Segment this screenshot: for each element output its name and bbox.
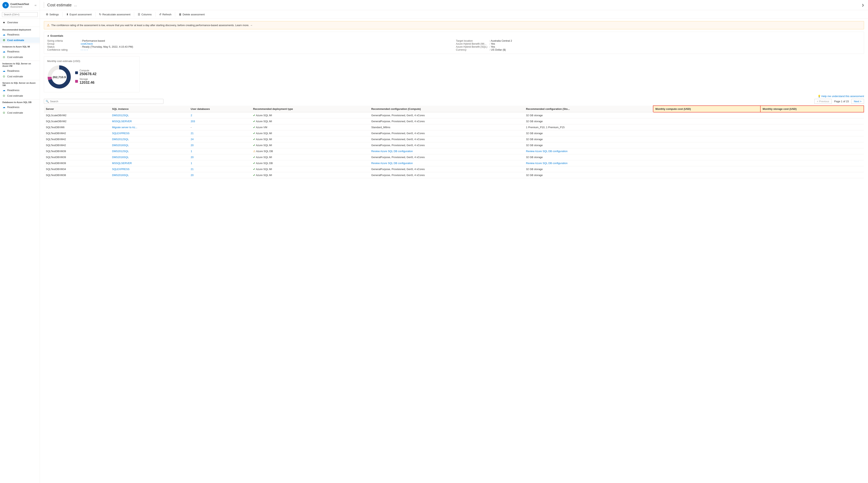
columns-label: Columns <box>141 13 152 16</box>
recalculate-button[interactable]: ↻ Recalculate assessment <box>97 12 132 17</box>
cell-sql-instance: SQLEXPRESS <box>110 166 189 172</box>
sidebar-item-recommended-readiness[interactable]: ☁ Readiness <box>0 32 40 37</box>
sql-instance-link[interactable]: DMS2016SQL <box>112 156 129 159</box>
sql-instance-link[interactable]: MSSQLSERVER <box>112 162 132 165</box>
cell-monthly-storage <box>761 148 864 154</box>
sidebar-item-dbsql-readiness[interactable]: ☁ Readiness <box>0 104 40 110</box>
cell-monthly-storage <box>761 137 864 142</box>
user-db-link[interactable]: 24 <box>191 138 193 141</box>
col-user-db[interactable]: User databases <box>189 105 251 112</box>
col-server[interactable]: Server <box>44 105 110 112</box>
refresh-icon: ↺ <box>159 13 161 16</box>
col-config-storage[interactable]: Recommended configuration (Sto... <box>524 105 653 112</box>
donut-chart: 262,710.9 <box>47 65 71 89</box>
sidebar-item-overview[interactable]: ■ Overview <box>0 20 40 25</box>
cell-monthly-compute <box>653 160 761 166</box>
user-db-link[interactable]: 21 <box>191 168 193 171</box>
compute-value: 250678.42 <box>80 72 96 76</box>
essentials-header[interactable]: ∧ Essentials <box>47 34 861 37</box>
cell-config-storage: 32 GB storage <box>524 112 653 118</box>
refresh-button[interactable]: ↺ Refresh <box>157 12 174 17</box>
table-search-input[interactable] <box>50 100 162 103</box>
sql-instance-link[interactable]: Migrate server to Az... <box>112 126 137 129</box>
group-value[interactable]: costCheck <box>81 42 93 45</box>
sidebar-item-serversvm-cost[interactable]: ⊙ Cost estimate <box>0 93 40 98</box>
cell-sql-instance: DMS2016SQL <box>110 142 189 148</box>
col-config-compute[interactable]: Recommended configuration (Compute) <box>369 105 524 112</box>
currency-value: : US Dollar ($) <box>490 48 506 51</box>
table-row: SQLScaleDBVM2 DMS2012SQL 2 ✔ Azure SQL M… <box>44 112 864 118</box>
sql-instance-link[interactable]: MSSQLSERVER <box>112 120 132 123</box>
cell-deploy-type: ✔ Azure SQL MI <box>251 137 369 142</box>
cell-config-storage: 32 GB storage <box>524 154 653 160</box>
sidebar-item-dbsql-cost[interactable]: ⊙ Cost estimate <box>0 110 40 115</box>
page-title: Cost estimate <box>47 3 71 7</box>
sidebar-item-sqlvm-readiness[interactable]: ☁ Readiness <box>0 68 40 73</box>
sql-instance-link[interactable]: SQLEXPRESS <box>112 168 129 171</box>
table-wrapper: Server SQL instance User databases Recom… <box>44 105 864 178</box>
more-options-icon[interactable]: ... <box>74 3 77 7</box>
cell-deploy-type: ✔ Azure SQL MI <box>251 112 369 118</box>
sql-instance-link[interactable]: DMS2016SQL <box>112 144 129 147</box>
sidebar-label: Cost estimate <box>7 111 23 114</box>
cell-monthly-compute <box>653 154 761 160</box>
table-search-box: 🔍 <box>44 99 163 104</box>
config-compute-link[interactable]: Review Azure SQL DB configuration <box>371 162 413 165</box>
cell-config-storage: 32 GB storage <box>524 118 653 124</box>
search-input[interactable] <box>2 12 38 17</box>
sidebar-item-recommended-cost[interactable]: ⊙ Cost estimate <box>0 37 40 43</box>
cell-user-db: 20 <box>189 142 251 148</box>
deploy-type-text: Azure SQL MI <box>256 132 272 135</box>
columns-button[interactable]: ☰ Columns <box>136 12 153 17</box>
sql-instance-link[interactable]: SQLEXPRESS <box>112 132 129 135</box>
sql-instance-link[interactable]: DMS2012SQL <box>112 138 129 141</box>
previous-button[interactable]: < Previous <box>814 99 832 104</box>
section-title-servers-vm: Servers to SQL Server on Azure VM <box>0 80 40 87</box>
cell-config-storage: 32 GB storage <box>524 172 653 178</box>
location-value: : Australia Central 2 <box>490 39 512 42</box>
user-db-link[interactable]: 20 <box>191 144 193 147</box>
col-deploy-type[interactable]: Recommended deployment type <box>251 105 369 112</box>
user-db-link[interactable]: 20 <box>191 174 193 177</box>
hybrid-wi-value: : Yes <box>490 42 495 45</box>
help-link[interactable]: 💡 Help me understand this assessment <box>44 95 864 98</box>
user-db-link[interactable]: 20 <box>191 156 193 159</box>
config-compute-link[interactable]: Review Azure SQL DB configuration <box>371 150 413 153</box>
delete-button[interactable]: 🗑 Delete assessment <box>177 12 207 17</box>
section-title-sql-mi: Instances to Azure SQL MI <box>0 44 40 49</box>
expand-icon[interactable]: ❯ <box>862 4 864 7</box>
sql-instance-link[interactable]: DMS2016SQL <box>112 174 129 177</box>
confidence-label: Confidence rating <box>47 48 79 51</box>
sidebar-item-serversvm-readiness[interactable]: ☁ Readiness <box>0 87 40 93</box>
export-button[interactable]: ⬇ Export assessment <box>64 12 94 17</box>
hybrid-sql-value: : Yes <box>490 45 495 48</box>
config-storage-link[interactable]: Review Azure SQL DB configuration <box>526 162 567 165</box>
config-compute-text: GeneralPurpose, Provisioned, Gen5, 4 vCo… <box>371 174 425 177</box>
sidebar-item-sqlmi-cost[interactable]: ⊙ Cost estimate <box>0 54 40 60</box>
sidebar-item-sqlmi-readiness[interactable]: ☁ Readiness <box>0 49 40 54</box>
user-db-link[interactable]: 21 <box>191 132 193 135</box>
confidence-value[interactable]: - - - - - <box>81 48 88 51</box>
col-monthly-storage[interactable]: Monthly storage cost (USD) <box>761 105 864 112</box>
cell-monthly-compute <box>653 112 761 118</box>
cell-sql-instance: DMS2012SQL <box>110 148 189 154</box>
user-db-link[interactable]: 203 <box>191 120 195 123</box>
alert-icon: ⚠ <box>47 23 50 27</box>
sidebar-item-sqlvm-cost[interactable]: ⊙ Cost estimate <box>0 73 40 79</box>
col-sql-instance[interactable]: SQL instance <box>110 105 189 112</box>
user-db-link[interactable]: 2 <box>191 114 192 117</box>
cell-user-db: 21 <box>189 166 251 172</box>
cell-deploy-type: ✔ Azure SQL MI <box>251 130 369 137</box>
user-db-link[interactable]: 1 <box>191 162 192 165</box>
sidebar-collapse-button[interactable]: ‹‹ <box>34 4 37 7</box>
sql-instance-link[interactable]: DMS2012SQL <box>112 114 129 117</box>
server-text: SQLTestDBVM42 <box>46 144 66 147</box>
config-storage-link[interactable]: Review Azure SQL DB configuration <box>526 150 567 153</box>
sidebar-label: Readiness <box>7 69 19 72</box>
next-button[interactable]: Next > <box>851 99 864 104</box>
settings-button[interactable]: ⚙ Settings <box>44 12 61 17</box>
col-monthly-compute[interactable]: Monthly compute cost (USD) <box>653 105 761 112</box>
hybrid-sql-label: Azure Hybrid Benefit (SQL) <box>456 45 488 48</box>
user-db-link[interactable]: 1 <box>191 150 192 153</box>
sql-instance-link[interactable]: DMS2012SQL <box>112 150 129 153</box>
